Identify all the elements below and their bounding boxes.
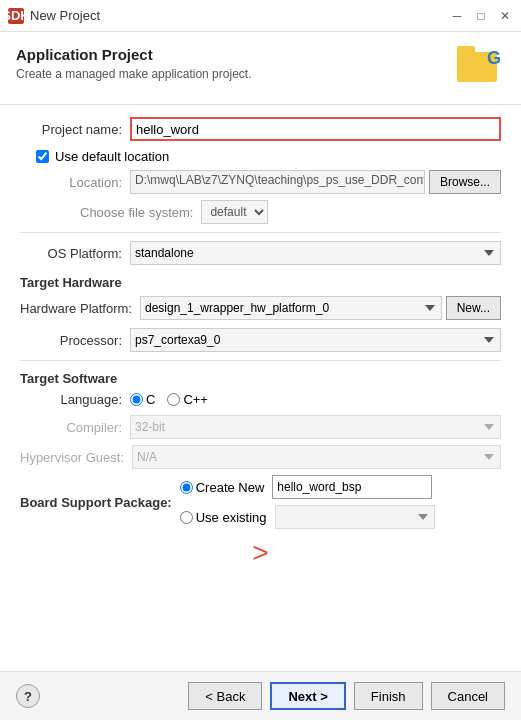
hardware-platform-label: Hardware Platform: [20, 301, 140, 316]
language-c-option[interactable]: C [130, 392, 155, 407]
hypervisor-row: Hypervisor Guest: N/A [20, 445, 501, 469]
language-cpp-option[interactable]: C++ [167, 392, 208, 407]
bsp-create-new-row: Create New [180, 475, 435, 499]
bsp-name-input[interactable] [272, 475, 432, 499]
form-area: Project name: Use default location Locat… [0, 105, 521, 671]
new-hw-button[interactable]: New... [446, 296, 501, 320]
bsp-create-new-label: Create New [196, 480, 265, 495]
processor-select[interactable]: ps7_cortexa9_0 [130, 328, 501, 352]
filesystem-label: Choose file system: [80, 205, 193, 220]
hardware-platform-select[interactable]: design_1_wrapper_hw_platform_0 [140, 296, 442, 320]
cancel-button[interactable]: Cancel [431, 682, 505, 710]
bsp-use-existing-radio[interactable] [180, 511, 193, 524]
title-bar: SDK New Project ─ □ ✕ [0, 0, 521, 32]
hypervisor-label: Hypervisor Guest: [20, 450, 132, 465]
filesystem-row: Choose file system: default [80, 200, 501, 224]
bsp-label: Board Support Package: [20, 495, 180, 510]
dialog-subtitle: Create a managed make application projec… [16, 67, 251, 81]
processor-label: Processor: [20, 333, 130, 348]
finish-button[interactable]: Finish [354, 682, 423, 710]
use-default-location-label: Use default location [55, 149, 169, 164]
bsp-use-existing-row: Use existing [180, 505, 435, 529]
bsp-create-new-radio[interactable] [180, 481, 193, 494]
location-row: Location: D:\mwq\LAB\z7\ZYNQ\teaching\ps… [20, 170, 501, 194]
dialog-title: Application Project [16, 46, 251, 63]
os-platform-label: OS Platform: [20, 246, 130, 261]
dialog-header: Application Project Create a managed mak… [0, 32, 521, 105]
maximize-button[interactable]: □ [473, 8, 489, 24]
os-platform-select[interactable]: standalone [130, 241, 501, 265]
dialog-content: Application Project Create a managed mak… [0, 32, 521, 720]
divider-1 [20, 232, 501, 233]
divider-2 [20, 360, 501, 361]
hypervisor-select: N/A [132, 445, 501, 469]
use-default-location-row: Use default location [36, 149, 501, 164]
use-default-location-checkbox[interactable] [36, 150, 49, 163]
target-hardware-section: Target Hardware [20, 275, 501, 290]
filesystem-select[interactable]: default [201, 200, 268, 224]
dialog-header-icon: G [457, 46, 505, 94]
language-row: Language: C C++ [20, 392, 501, 407]
bsp-use-existing-label: Use existing [196, 510, 267, 525]
os-platform-row: OS Platform: standalone [20, 241, 501, 265]
footer-left: ? [16, 684, 40, 708]
language-label: Language: [20, 392, 130, 407]
help-button[interactable]: ? [16, 684, 40, 708]
project-name-label: Project name: [20, 122, 130, 137]
bsp-radio-options: Create New Use existing [180, 475, 435, 529]
next-button[interactable]: Next > [270, 682, 345, 710]
location-label: Location: [20, 175, 130, 190]
browse-button[interactable]: Browse... [429, 170, 501, 194]
compiler-row: Compiler: 32-bit [20, 415, 501, 439]
bsp-existing-select [275, 505, 435, 529]
location-value: D:\mwq\LAB\z7\ZYNQ\teaching\ps_ps_use_DD… [130, 170, 425, 194]
back-button[interactable]: < Back [188, 682, 262, 710]
bsp-use-existing-option[interactable]: Use existing [180, 510, 267, 525]
window-controls: ─ □ ✕ [449, 8, 513, 24]
compiler-select: 32-bit [130, 415, 501, 439]
compiler-label: Compiler: [20, 420, 130, 435]
hardware-platform-row: Hardware Platform: design_1_wrapper_hw_p… [20, 296, 501, 320]
project-name-row: Project name: [20, 117, 501, 141]
dialog-footer: ? < Back Next > Finish Cancel [0, 671, 521, 720]
app-icon: SDK [8, 8, 24, 24]
language-radio-group: C C++ [130, 392, 208, 407]
folder-icon: G [457, 46, 501, 82]
dialog-header-text: Application Project Create a managed mak… [16, 46, 251, 81]
target-software-section: Target Software [20, 371, 501, 386]
language-cpp-radio[interactable] [167, 393, 180, 406]
processor-row: Processor: ps7_cortexa9_0 [20, 328, 501, 352]
bsp-row: Board Support Package: Create New Use ex… [20, 475, 501, 529]
language-c-radio[interactable] [130, 393, 143, 406]
minimize-button[interactable]: ─ [449, 8, 465, 24]
window-title: New Project [30, 8, 449, 23]
language-cpp-label: C++ [183, 392, 208, 407]
language-c-label: C [146, 392, 155, 407]
project-name-input[interactable] [130, 117, 501, 141]
close-button[interactable]: ✕ [497, 8, 513, 24]
arrow-hint: > [20, 539, 501, 567]
bsp-create-new-option[interactable]: Create New [180, 480, 265, 495]
footer-right: < Back Next > Finish Cancel [188, 682, 505, 710]
folder-g-label: G [487, 48, 501, 69]
